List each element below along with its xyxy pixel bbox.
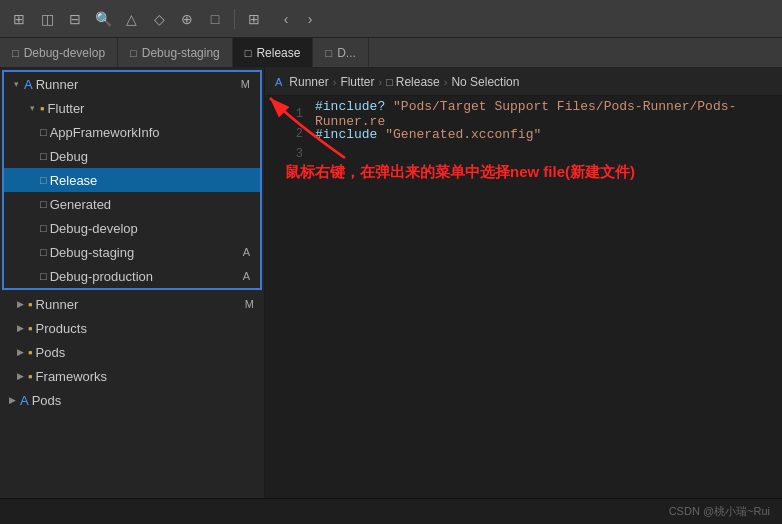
- toolbar-icon-6[interactable]: ◇: [148, 8, 170, 30]
- breadcrumb-sep-2: ›: [378, 76, 382, 88]
- sidebar-item-debug-develop[interactable]: □ Debug-develop: [4, 216, 260, 240]
- runner-root-arrow: ▾: [8, 76, 24, 92]
- sidebar-item-flutter[interactable]: ▾ ▪ Flutter: [4, 96, 260, 120]
- include-string-2: "Generated.xcconfig": [385, 127, 541, 142]
- sidebar-item-appframeworkinfo[interactable]: □ AppFrameworkInfo: [4, 120, 260, 144]
- runner-app-icon: A: [24, 77, 33, 92]
- sidebar-item-debug-production[interactable]: □ Debug-production A: [4, 264, 260, 288]
- toolbar-icon-8[interactable]: □: [204, 8, 226, 30]
- nav-forward-button[interactable]: ›: [299, 8, 321, 30]
- tab-debug-develop[interactable]: □ Debug-develop: [0, 38, 118, 67]
- sidebar-item-pods-sub[interactable]: ▶ ▪ Pods: [0, 340, 264, 364]
- tab-label-debug-develop: Debug-develop: [24, 46, 105, 60]
- runner-sub-arrow: ▶: [12, 296, 28, 312]
- debug-develop-file-icon: □: [40, 222, 47, 234]
- generated-file-icon: □: [40, 198, 47, 210]
- include2-keyword: #include: [315, 127, 377, 142]
- sidebar-item-debug-staging[interactable]: □ Debug-staging A: [4, 240, 260, 264]
- line-num-2: 2: [273, 127, 303, 141]
- flutter-arrow: ▾: [24, 100, 40, 116]
- sidebar-item-frameworks[interactable]: ▶ ▪ Frameworks: [0, 364, 264, 388]
- pods-sub-folder-icon: ▪: [28, 345, 33, 360]
- sidebar: ▾ A Runner M ▾ ▪ Flutter □ AppFrameworkI…: [0, 68, 265, 498]
- debug-production-badge: A: [243, 270, 256, 282]
- sidebar-item-generated[interactable]: □ Generated: [4, 192, 260, 216]
- sidebar-item-runner-root[interactable]: ▾ A Runner M: [4, 72, 260, 96]
- tab-icon-release: □: [245, 47, 252, 59]
- code-line-3: 3: [265, 144, 782, 164]
- breadcrumb-runner: Runner: [289, 75, 328, 89]
- debug-staging-label: Debug-staging: [50, 245, 135, 260]
- debug-production-file-icon: □: [40, 270, 47, 282]
- toolbar-icon-7[interactable]: ⊕: [176, 8, 198, 30]
- frameworks-label: Frameworks: [36, 369, 108, 384]
- runner-root-label: Runner: [36, 77, 79, 92]
- sidebar-item-pods-root[interactable]: ▶ A Pods: [0, 388, 264, 412]
- pods-root-app-icon: A: [20, 393, 29, 408]
- sidebar-item-debug[interactable]: □ Debug: [4, 144, 260, 168]
- line-num-3: 3: [273, 147, 303, 161]
- toolbar-icon-3[interactable]: ⊟: [64, 8, 86, 30]
- generated-label: Generated: [50, 197, 111, 212]
- frameworks-arrow: ▶: [12, 368, 28, 384]
- tab-debug-d[interactable]: □ D...: [313, 38, 368, 67]
- main-content: ▾ A Runner M ▾ ▪ Flutter □ AppFrameworkI…: [0, 68, 782, 498]
- sidebar-item-release[interactable]: □ Release: [4, 168, 260, 192]
- debug-production-label: Debug-production: [50, 269, 153, 284]
- runner-sub-label: Runner: [36, 297, 79, 312]
- tab-icon-debug-d: □: [325, 47, 332, 59]
- statusbar-credit: CSDN @桃小瑞~Rui: [669, 504, 770, 519]
- toolbar: ⊞ ◫ ⊟ 🔍 △ ◇ ⊕ □ ⊞ ‹ ›: [0, 0, 782, 38]
- toolbar-icon-4[interactable]: 🔍: [92, 8, 114, 30]
- debug-staging-file-icon: □: [40, 246, 47, 258]
- toolbar-nav: ‹ ›: [275, 8, 321, 30]
- tab-label-debug-staging: Debug-staging: [142, 46, 220, 60]
- tab-label-debug-d: D...: [337, 46, 356, 60]
- appframeworkinfo-label: AppFrameworkInfo: [50, 125, 160, 140]
- breadcrumb-release-icon: □: [386, 76, 393, 88]
- code-area[interactable]: 1 #include? "Pods/Target Support Files/P…: [265, 96, 782, 498]
- breadcrumb-release: Release: [396, 75, 440, 89]
- pods-sub-arrow: ▶: [12, 344, 28, 360]
- frameworks-folder-icon: ▪: [28, 369, 33, 384]
- debug-staging-badge: A: [243, 246, 256, 258]
- breadcrumb-flutter: Flutter: [340, 75, 374, 89]
- pods-root-label: Pods: [32, 393, 62, 408]
- breadcrumb-release-part: □ Release: [386, 75, 440, 89]
- toolbar-divider: [234, 9, 235, 29]
- runner-root-badge: M: [241, 78, 256, 90]
- tab-debug-staging[interactable]: □ Debug-staging: [118, 38, 233, 67]
- grid-icon[interactable]: ⊞: [243, 8, 265, 30]
- runner-group: ▾ A Runner M ▾ ▪ Flutter □ AppFrameworkI…: [2, 70, 262, 290]
- pods-sub-label: Pods: [36, 345, 66, 360]
- flutter-folder-icon: ▪: [40, 101, 45, 116]
- statusbar: CSDN @桃小瑞~Rui: [0, 498, 782, 524]
- include-keyword: #include?: [315, 99, 385, 114]
- products-label: Products: [36, 321, 87, 336]
- debug-develop-label: Debug-develop: [50, 221, 138, 236]
- pods-root-arrow: ▶: [4, 392, 20, 408]
- code-line-1: 1 #include? "Pods/Target Support Files/P…: [265, 104, 782, 124]
- toolbar-icon-1[interactable]: ⊞: [8, 8, 30, 30]
- products-arrow: ▶: [12, 320, 28, 336]
- sidebar-item-runner-sub[interactable]: ▶ ▪ Runner M: [0, 292, 264, 316]
- tab-release[interactable]: □ Release: [233, 38, 314, 67]
- editor: A Runner › Flutter › □ Release › No Sele…: [265, 68, 782, 498]
- products-folder-icon: ▪: [28, 321, 33, 336]
- tab-label-release: Release: [256, 46, 300, 60]
- debug-file-icon: □: [40, 150, 47, 162]
- tabs-bar: □ Debug-develop □ Debug-staging □ Releas…: [0, 38, 782, 68]
- nav-back-button[interactable]: ‹: [275, 8, 297, 30]
- runner-sub-folder-icon: ▪: [28, 297, 33, 312]
- flutter-label: Flutter: [48, 101, 85, 116]
- release-file-icon: □: [40, 174, 47, 186]
- toolbar-icon-5[interactable]: △: [120, 8, 142, 30]
- tab-icon-debug-staging: □: [130, 47, 137, 59]
- code-content-2: #include "Generated.xcconfig": [315, 127, 541, 142]
- runner-sub-badge: M: [245, 298, 260, 310]
- breadcrumb-sep-1: ›: [333, 76, 337, 88]
- toolbar-icon-2[interactable]: ◫: [36, 8, 58, 30]
- sidebar-item-products[interactable]: ▶ ▪ Products: [0, 316, 264, 340]
- debug-label: Debug: [50, 149, 88, 164]
- code-content-1: #include? "Pods/Target Support Files/Pod…: [315, 99, 774, 129]
